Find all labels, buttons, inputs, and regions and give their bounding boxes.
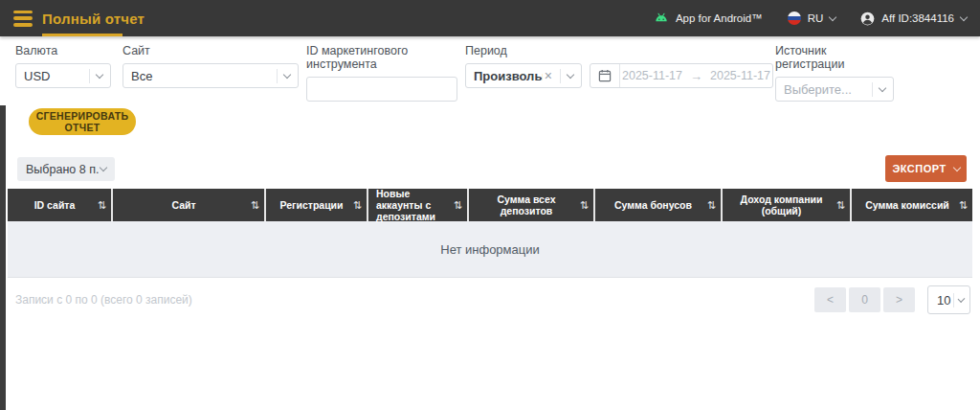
divider: [872, 82, 873, 97]
column-header-commission-sum[interactable]: Сумма комиссий ⇅: [852, 189, 972, 221]
user-icon: [860, 11, 875, 26]
table-empty-state: Нет информации: [8, 221, 972, 278]
chevron-down-icon: [96, 70, 103, 78]
column-label: Доход компании (общий): [728, 194, 835, 216]
date-range-picker[interactable]: 2025-11-17 → 2025-11-17: [590, 63, 773, 88]
column-label: Сумма всех депозитов: [475, 194, 578, 216]
chevron-down-icon: [958, 295, 966, 303]
divider: [89, 69, 90, 83]
column-label: Новые аккаунты с депозитами: [376, 188, 452, 222]
language-label: RU: [808, 12, 824, 24]
sort-icon[interactable]: ⇅: [707, 199, 716, 212]
column-header-new-accounts[interactable]: Новые аккаунты с депозитами ⇅: [368, 189, 469, 221]
period-label: Период: [465, 44, 582, 57]
divider: [277, 69, 278, 83]
topbar-right: App for Android™ RU Aff ID:3844116: [654, 11, 967, 26]
marketing-tool-filter: ID маркетингового инструмента: [306, 44, 457, 102]
column-header-company-income[interactable]: Доход компании (общий) ⇅: [723, 189, 852, 221]
filters-bar: Валюта USD Сайт Все ID маркетингового ин…: [0, 36, 980, 105]
site-filter: Сайт Все: [122, 44, 299, 88]
pagination-page-button[interactable]: 0: [849, 287, 880, 312]
calendar-icon: [590, 64, 620, 87]
account-menu[interactable]: Aff ID:3844116: [860, 11, 967, 26]
flag-ru-icon: [788, 11, 801, 25]
page-size-select[interactable]: 10: [927, 285, 970, 314]
site-select[interactable]: Все: [122, 63, 299, 88]
column-header-bonus-sum[interactable]: Сумма бонусов ⇅: [595, 189, 723, 221]
pagination-next-button[interactable]: >: [883, 287, 915, 312]
pagination: < 0 > 10: [814, 285, 972, 314]
page: Полный отчет App for Android™ RU: [0, 0, 980, 410]
android-app-label: App for Android™: [676, 12, 763, 24]
language-switcher[interactable]: RU: [788, 11, 836, 25]
site-value: Все: [131, 69, 271, 83]
column-label: Сумма комиссий: [865, 199, 949, 211]
clear-icon[interactable]: ×: [545, 69, 552, 82]
table-footer: Записи с 0 по 0 (всего 0 записей) < 0 > …: [8, 284, 972, 316]
sort-icon[interactable]: ⇅: [98, 199, 106, 212]
marketing-tool-input[interactable]: [306, 77, 457, 102]
column-header-deposits-sum[interactable]: Сумма всех депозитов ⇅: [469, 189, 595, 221]
registration-source-placeholder: Выберите...: [784, 82, 866, 97]
registration-source-select[interactable]: Выберите...: [775, 77, 894, 102]
date-range-label: [590, 44, 773, 57]
hamburger-menu-icon[interactable]: [13, 11, 33, 27]
column-label: Регистрации: [279, 199, 343, 211]
registration-source-label: Источник регистрации: [775, 44, 894, 71]
columns-selected-dropdown[interactable]: Выбрано 8 п.: [17, 157, 115, 181]
records-info: Записи с 0 по 0 (всего 0 записей): [8, 293, 192, 307]
chevron-down-icon: [960, 12, 968, 20]
android-app-link[interactable]: App for Android™: [654, 11, 763, 25]
registration-source-filter: Источник регистрации Выберите...: [775, 44, 894, 102]
marketing-tool-label: ID маркетингового инструмента: [306, 44, 457, 71]
account-label: Aff ID:3844116: [881, 12, 954, 24]
sort-icon[interactable]: ⇅: [836, 199, 845, 212]
sort-icon[interactable]: ⇅: [580, 199, 589, 212]
arrow-right-icon: →: [690, 69, 702, 83]
column-label: Сайт: [171, 199, 195, 211]
chevron-down-icon: [100, 164, 107, 171]
sort-icon[interactable]: ⇅: [454, 199, 462, 212]
chevron-down-icon: [567, 70, 574, 78]
chevron-down-icon: [879, 83, 886, 91]
report-table: ID сайта ⇅ Сайт ⇅ Регистрации ⇅ Новые ак…: [8, 189, 972, 278]
column-header-site-id[interactable]: ID сайта ⇅: [8, 189, 113, 221]
site-label: Сайт: [122, 44, 299, 57]
date-from[interactable]: 2025-11-17: [622, 69, 682, 82]
android-icon: [654, 11, 669, 25]
currency-select[interactable]: USD: [15, 63, 111, 88]
column-label: ID сайта: [34, 199, 76, 211]
export-button[interactable]: ЭКСПОРТ: [885, 155, 967, 182]
currency-value: USD: [24, 69, 83, 83]
topbar: Полный отчет App for Android™ RU: [0, 0, 980, 36]
pagination-prev-button[interactable]: <: [814, 287, 846, 312]
date-range-values: 2025-11-17 → 2025-11-17: [620, 69, 772, 83]
export-label: ЭКСПОРТ: [892, 163, 946, 174]
date-range-filter: 2025-11-17 → 2025-11-17: [590, 44, 773, 88]
divider: [560, 69, 561, 83]
chevron-down-icon: [829, 12, 836, 20]
empty-state-text: Нет информации: [440, 242, 540, 257]
page-size-value: 10: [937, 293, 950, 308]
table-header-row: ID сайта ⇅ Сайт ⇅ Регистрации ⇅ Новые ак…: [8, 189, 972, 221]
sort-icon[interactable]: ⇅: [353, 199, 362, 212]
date-to[interactable]: 2025-11-17: [710, 69, 770, 82]
column-label: Сумма бонусов: [614, 199, 692, 211]
column-header-registrations[interactable]: Регистрации ⇅: [266, 189, 368, 221]
column-header-site[interactable]: Сайт ⇅: [113, 189, 266, 221]
chevron-down-icon: [283, 70, 291, 78]
generate-report-button[interactable]: СГЕНЕРИРОВАТЬ ОТЧЕТ: [29, 108, 136, 135]
period-value: Произвольн...: [474, 69, 543, 83]
chevron-down-icon: [952, 164, 960, 171]
sort-icon[interactable]: ⇅: [959, 199, 968, 212]
period-filter: Период Произвольн... ×: [465, 44, 582, 88]
active-tab-underline: [42, 34, 122, 36]
period-select[interactable]: Произвольн... ×: [465, 63, 582, 88]
currency-filter: Валюта USD: [15, 44, 111, 88]
page-title: Полный отчет: [42, 11, 145, 27]
currency-label: Валюта: [15, 44, 111, 57]
sort-icon[interactable]: ⇅: [251, 199, 259, 212]
columns-selected-value: Выбрано 8 п.: [26, 163, 100, 176]
divider: [953, 293, 954, 308]
